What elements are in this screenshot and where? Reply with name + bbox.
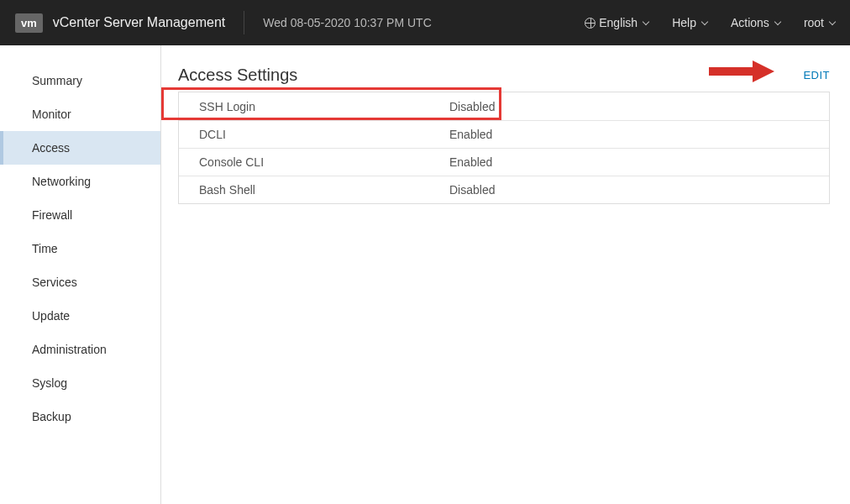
setting-value: Disabled (448, 100, 495, 113)
settings-row: Console CLIEnabled (179, 148, 829, 176)
chevron-down-icon (774, 18, 781, 25)
chevron-down-icon (643, 18, 649, 25)
sidebar-item-services[interactable]: Services (0, 265, 160, 299)
sidebar: SummaryMonitorAccessNetworkingFirewallTi… (0, 45, 161, 504)
globe-icon (585, 18, 596, 29)
access-settings-table: SSH LoginDisabledDCLIEnabledConsole CLIE… (178, 92, 830, 204)
sidebar-item-access[interactable]: Access (0, 131, 160, 165)
main-content: Access Settings EDIT SSH LoginDisabledDC… (161, 45, 850, 504)
setting-value: Enabled (448, 128, 492, 141)
help-menu[interactable]: Help (672, 16, 707, 29)
settings-row: Bash ShellDisabled (179, 176, 829, 203)
sidebar-item-networking[interactable]: Networking (0, 165, 160, 198)
language-label: English (599, 16, 638, 29)
sidebar-item-backup[interactable]: Backup (0, 400, 160, 433)
setting-label: Bash Shell (179, 183, 448, 197)
topbar: vm vCenter Server Management Wed 08-05-2… (0, 0, 850, 45)
sidebar-item-summary[interactable]: Summary (0, 64, 160, 97)
settings-row: SSH LoginDisabled (179, 92, 829, 120)
sidebar-item-syslog[interactable]: Syslog (0, 366, 160, 400)
chevron-down-icon (829, 18, 836, 25)
language-menu[interactable]: English (585, 16, 648, 29)
sidebar-item-firewall[interactable]: Firewall (0, 198, 160, 232)
setting-label: Console CLI (179, 155, 448, 169)
sidebar-item-monitor[interactable]: Monitor (0, 97, 160, 131)
sidebar-item-update[interactable]: Update (0, 299, 160, 333)
edit-button[interactable]: EDIT (803, 69, 830, 81)
setting-value: Disabled (448, 183, 495, 197)
chevron-down-icon (701, 18, 708, 25)
setting-label: SSH Login (179, 100, 448, 113)
sidebar-item-administration[interactable]: Administration (0, 333, 160, 366)
settings-row: DCLIEnabled (179, 120, 829, 148)
sidebar-item-time[interactable]: Time (0, 232, 160, 265)
actions-menu[interactable]: Actions (731, 16, 780, 29)
user-label: root (804, 16, 824, 29)
actions-label: Actions (731, 16, 769, 29)
app-title: vCenter Server Management (53, 15, 225, 30)
vmware-logo: vm (15, 13, 43, 33)
divider (244, 11, 244, 34)
help-label: Help (672, 16, 696, 29)
page-heading: Access Settings (178, 66, 297, 85)
user-menu[interactable]: root (804, 16, 835, 29)
setting-label: DCLI (179, 128, 448, 141)
setting-value: Enabled (448, 155, 492, 169)
timestamp: Wed 08-05-2020 10:37 PM UTC (263, 16, 432, 29)
